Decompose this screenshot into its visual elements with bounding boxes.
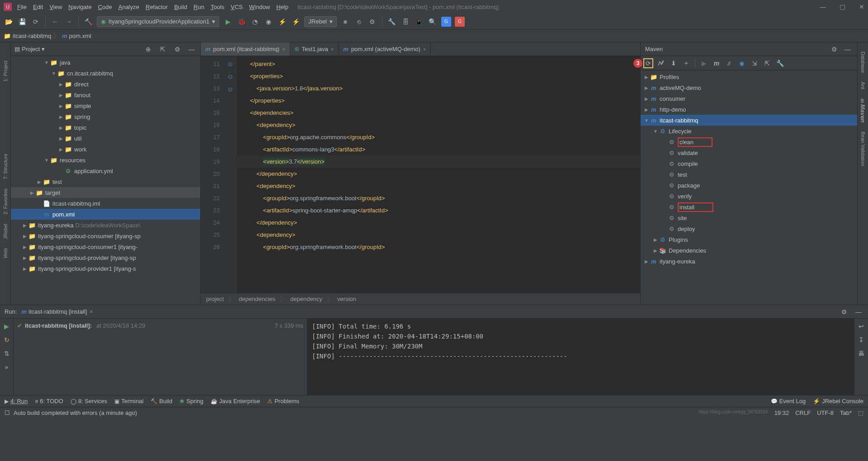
run-output[interactable]: [INFO] Total time: 6.196 s [INFO] Finish… <box>307 319 854 395</box>
encoding[interactable]: UTF-8 <box>817 409 834 416</box>
maven-item-site[interactable]: ⚙site <box>641 212 857 223</box>
close-icon[interactable]: × <box>331 47 334 52</box>
download-icon[interactable]: ⬇ <box>669 58 679 68</box>
run-tab[interactable]: itcast-rabbitmq [install] <box>28 308 87 315</box>
maven-tree[interactable]: ▶📁Profiles▶mactiveMQ-demo▶mconsumer▶mhtt… <box>641 71 857 305</box>
maven-item-validate[interactable]: ⚙validate <box>641 147 857 158</box>
project-item[interactable]: ▼📁resources <box>11 155 200 165</box>
maven-item-test[interactable]: ⚙test <box>641 169 857 180</box>
maven-item-lifecycle[interactable]: ▼⚙Lifecycle <box>641 126 857 136</box>
web-tab[interactable]: Web <box>3 248 8 258</box>
project-item[interactable]: ▶📁fanout <box>11 89 200 100</box>
indent[interactable]: Tab* <box>840 409 852 416</box>
project-item[interactable]: ▶📁ityang-springcloud-consumer1 [ityang- <box>11 241 200 252</box>
run-icon[interactable]: ▶ <box>699 58 709 68</box>
rerun-failed-icon[interactable]: ↻ <box>2 335 12 345</box>
project-item[interactable]: ▼📁cn.itcast.rabbitmq <box>11 68 200 79</box>
wrench-icon[interactable]: 🔧 <box>387 17 397 27</box>
project-item[interactable]: ⚙application.yml <box>11 165 200 176</box>
menu-build[interactable]: Build <box>174 4 187 10</box>
maven-item-clean[interactable]: ⚙clean1 <box>641 136 857 147</box>
menu-help[interactable]: Help <box>276 4 288 10</box>
database-tab[interactable]: Database <box>860 52 866 73</box>
project-item[interactable]: ▶📁topic <box>11 122 200 133</box>
maven-item-activemq-demo[interactable]: ▶mactiveMQ-demo <box>641 82 857 93</box>
toggle-icon[interactable]: ⫽ <box>724 58 734 68</box>
menu-code[interactable]: Code <box>98 4 112 10</box>
status-icon[interactable]: ☐ <box>5 409 10 416</box>
project-item[interactable]: ▶📁util <box>11 133 200 144</box>
settings-icon[interactable]: ⚙ <box>829 44 839 54</box>
menu-refactor[interactable]: Refactor <box>146 4 168 10</box>
jrebel-run-icon[interactable]: ⚡ <box>277 17 287 27</box>
hide-icon[interactable]: — <box>187 44 197 54</box>
add-icon[interactable]: ＋ <box>681 58 691 68</box>
project-item[interactable]: ▼📁java <box>11 57 200 68</box>
editor-tab[interactable]: ©Test1.java× <box>290 42 339 56</box>
crumb-item[interactable]: dependencies <box>239 296 275 302</box>
jrebel-debug-icon[interactable]: ⚡ <box>291 17 301 27</box>
project-item[interactable]: ▶📁test <box>11 176 200 187</box>
hide-icon[interactable]: — <box>843 44 853 54</box>
structure-tab[interactable]: 7: Structure <box>3 154 8 179</box>
crumb-item[interactable]: version <box>337 296 356 302</box>
terminal-tool[interactable]: ▣ Terminal <box>114 398 143 405</box>
coverage-icon[interactable]: ◔ <box>250 17 260 27</box>
hide-icon[interactable]: — <box>854 307 863 317</box>
config-icon[interactable]: ⚙ <box>368 17 377 27</box>
print-icon[interactable]: 🖶 <box>856 348 866 358</box>
menu-file[interactable]: File <box>17 4 27 10</box>
close-icon[interactable]: × <box>423 47 426 52</box>
project-panel-title[interactable]: ▤ Project ▾ <box>14 46 45 52</box>
inspect-icon[interactable]: ⬚ <box>858 409 863 416</box>
project-item[interactable]: ▶📁ityang-springcloud-provider1 [ityang-s <box>11 263 200 274</box>
search-icon[interactable]: 🔍 <box>428 17 438 27</box>
favorites-tab[interactable]: 2: Favorites <box>3 188 8 214</box>
crumb-item[interactable]: dependency <box>290 296 322 302</box>
translate-icon[interactable]: G <box>441 17 451 27</box>
hammer-icon[interactable]: 🔨 <box>83 17 93 27</box>
run-config-dropdown[interactable]: ◉ ItyangSpringcloudProviderApplication1 … <box>97 16 219 27</box>
collapse-icon[interactable]: ⇱ <box>158 44 168 54</box>
project-item[interactable]: ▶📁target <box>11 187 200 198</box>
run-tool[interactable]: ▶ 4: Run <box>5 398 28 405</box>
maven-item-dependencies[interactable]: ▶📚Dependencies <box>641 245 857 256</box>
crumb-item[interactable]: project <box>206 296 224 302</box>
maven-item-compile[interactable]: ⚙compile <box>641 158 857 169</box>
expand-icon[interactable]: » <box>2 362 12 372</box>
jrebel-console[interactable]: ⚡ JRebel Console <box>813 398 863 405</box>
menu-edit[interactable]: Edit <box>33 4 43 10</box>
maven-m-icon[interactable]: m <box>712 58 722 68</box>
db-icon[interactable]: 🗄 <box>401 17 410 27</box>
maven-item-plugins[interactable]: ▶⚙Plugins <box>641 234 857 245</box>
maven-tab[interactable]: m Maven <box>859 99 866 122</box>
toggle-icon[interactable]: ⇅ <box>2 348 12 358</box>
maven-item-itcast-rabbitmq[interactable]: ▼mitcast-rabbitmq <box>641 115 857 126</box>
maven-item-package[interactable]: ⚙package <box>641 180 857 191</box>
menu-run[interactable]: Run <box>193 4 204 10</box>
maven-item-http-demo[interactable]: ▶mhttp-demo <box>641 104 857 115</box>
run-task-row[interactable]: ✔ itcast-rabbitmq [install]: at 2020/4/1… <box>17 322 303 329</box>
project-item[interactable]: ▶📁spring <box>11 111 200 122</box>
refresh-icon[interactable]: ⟳ <box>643 58 653 68</box>
project-item[interactable]: ▶📁ityang-springcloud-consumer [ityang-sp <box>11 230 200 241</box>
expand-icon[interactable]: ⇲ <box>750 58 760 68</box>
line-sep[interactable]: CRLF <box>795 409 811 416</box>
menu-vcs[interactable]: VCS <box>231 4 243 10</box>
menu-navigate[interactable]: Navigate <box>68 4 91 10</box>
code-area[interactable]: </parent> <properties> <java.version>1.8… <box>237 56 640 293</box>
close-icon[interactable]: × <box>90 308 93 315</box>
project-item[interactable]: ▶📁work <box>11 144 200 155</box>
settings-icon[interactable]: ⚙ <box>839 307 849 317</box>
settings-icon[interactable]: ⚙ <box>172 44 182 54</box>
maven-item-profiles[interactable]: ▶📁Profiles <box>641 71 857 82</box>
forward-icon[interactable]: → <box>64 17 74 27</box>
close-button[interactable]: ✕ <box>859 3 864 10</box>
maven-item-deploy[interactable]: ⚙deploy <box>641 223 857 234</box>
project-tree[interactable]: ▼📁java▼📁cn.itcast.rabbitmq▶📁direct▶📁fano… <box>11 56 200 305</box>
maven-item-verify[interactable]: ⚙verify <box>641 191 857 202</box>
menu-view[interactable]: View <box>49 4 62 10</box>
crumb-file[interactable]: pom.xml <box>69 33 91 39</box>
stop-icon[interactable]: ■ <box>340 17 350 27</box>
crumb-root[interactable]: itcast-rabbitmq <box>13 33 51 39</box>
